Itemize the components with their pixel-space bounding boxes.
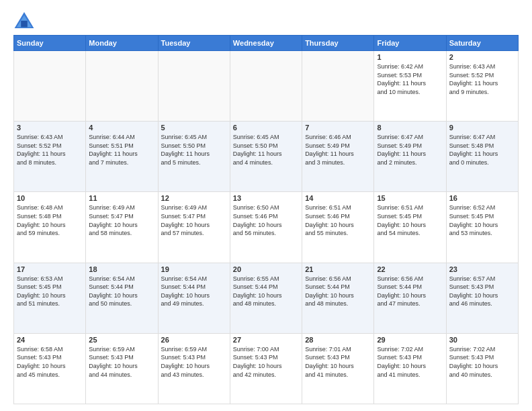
calendar-cell: 12Sunrise: 6:49 AM Sunset: 5:47 PM Dayli…	[158, 192, 230, 263]
cell-info: Sunrise: 6:57 AM Sunset: 5:43 PM Dayligh…	[449, 275, 515, 308]
calendar-cell: 21Sunrise: 6:56 AM Sunset: 5:44 PM Dayli…	[302, 263, 374, 333]
cell-info: Sunrise: 6:46 AM Sunset: 5:49 PM Dayligh…	[305, 133, 371, 167]
cell-info: Sunrise: 6:51 AM Sunset: 5:45 PM Dayligh…	[377, 203, 443, 237]
calendar-cell: 1Sunrise: 6:42 AM Sunset: 5:53 PM Daylig…	[374, 51, 446, 122]
calendar-week-5: 24Sunrise: 6:58 AM Sunset: 5:43 PM Dayli…	[14, 333, 519, 404]
calendar-cell: 25Sunrise: 6:59 AM Sunset: 5:43 PM Dayli…	[86, 333, 158, 404]
day-number: 29	[377, 336, 443, 344]
cell-info: Sunrise: 7:01 AM Sunset: 5:43 PM Dayligh…	[305, 345, 371, 379]
day-number: 12	[161, 194, 227, 202]
calendar-cell: 9Sunrise: 6:47 AM Sunset: 5:48 PM Daylig…	[446, 122, 518, 192]
calendar-cell: 15Sunrise: 6:51 AM Sunset: 5:45 PM Dayli…	[374, 192, 446, 263]
cell-info: Sunrise: 6:50 AM Sunset: 5:46 PM Dayligh…	[233, 203, 299, 237]
calendar-cell: 5Sunrise: 6:45 AM Sunset: 5:50 PM Daylig…	[158, 122, 230, 192]
page: SundayMondayTuesdayWednesdayThursdayFrid…	[0, 0, 532, 411]
calendar-header-row: SundayMondayTuesdayWednesdayThursdayFrid…	[14, 36, 519, 51]
day-number: 13	[233, 194, 299, 202]
calendar-week-3: 10Sunrise: 6:48 AM Sunset: 5:48 PM Dayli…	[14, 192, 519, 263]
calendar-cell: 30Sunrise: 7:02 AM Sunset: 5:43 PM Dayli…	[446, 333, 518, 404]
day-number: 7	[305, 124, 371, 132]
cell-info: Sunrise: 6:47 AM Sunset: 5:49 PM Dayligh…	[377, 133, 443, 167]
day-number: 19	[161, 265, 227, 273]
day-number: 1	[377, 53, 443, 61]
cell-info: Sunrise: 6:42 AM Sunset: 5:53 PM Dayligh…	[377, 62, 443, 96]
calendar-weekday-saturday: Saturday	[446, 36, 518, 51]
cell-info: Sunrise: 6:48 AM Sunset: 5:48 PM Dayligh…	[17, 203, 83, 237]
calendar-cell: 28Sunrise: 7:01 AM Sunset: 5:43 PM Dayli…	[302, 333, 374, 404]
day-number: 24	[17, 336, 83, 344]
cell-info: Sunrise: 6:44 AM Sunset: 5:51 PM Dayligh…	[89, 133, 154, 167]
cell-info: Sunrise: 6:47 AM Sunset: 5:48 PM Dayligh…	[449, 133, 515, 167]
calendar-weekday-sunday: Sunday	[14, 36, 86, 51]
calendar-weekday-tuesday: Tuesday	[158, 36, 230, 51]
day-number: 22	[377, 265, 443, 273]
day-number: 18	[89, 265, 154, 273]
day-number: 15	[377, 194, 443, 202]
cell-info: Sunrise: 6:54 AM Sunset: 5:44 PM Dayligh…	[89, 275, 154, 308]
day-number: 25	[89, 336, 154, 344]
calendar-cell: 22Sunrise: 6:56 AM Sunset: 5:44 PM Dayli…	[374, 263, 446, 333]
calendar-cell: 2Sunrise: 6:43 AM Sunset: 5:52 PM Daylig…	[446, 51, 518, 122]
day-number: 5	[161, 124, 227, 132]
calendar-cell: 17Sunrise: 6:53 AM Sunset: 5:45 PM Dayli…	[14, 263, 86, 333]
cell-info: Sunrise: 6:54 AM Sunset: 5:44 PM Dayligh…	[161, 275, 227, 308]
day-number: 3	[17, 124, 83, 132]
day-number: 26	[161, 336, 227, 344]
cell-info: Sunrise: 6:55 AM Sunset: 5:44 PM Dayligh…	[233, 275, 299, 308]
cell-info: Sunrise: 6:56 AM Sunset: 5:44 PM Dayligh…	[377, 275, 443, 308]
calendar-cell: 14Sunrise: 6:51 AM Sunset: 5:46 PM Dayli…	[302, 192, 374, 263]
calendar-cell: 19Sunrise: 6:54 AM Sunset: 5:44 PM Dayli…	[158, 263, 230, 333]
cell-info: Sunrise: 6:58 AM Sunset: 5:43 PM Dayligh…	[17, 345, 83, 379]
cell-info: Sunrise: 6:49 AM Sunset: 5:47 PM Dayligh…	[161, 203, 227, 237]
cell-info: Sunrise: 7:02 AM Sunset: 5:43 PM Dayligh…	[449, 345, 515, 379]
day-number: 17	[17, 265, 83, 273]
day-number: 27	[233, 336, 299, 344]
calendar-cell	[302, 51, 374, 122]
calendar-week-1: 1Sunrise: 6:42 AM Sunset: 5:53 PM Daylig…	[14, 51, 519, 122]
calendar-week-4: 17Sunrise: 6:53 AM Sunset: 5:45 PM Dayli…	[14, 263, 519, 333]
calendar-cell	[14, 51, 86, 122]
svg-rect-2	[21, 21, 28, 28]
day-number: 21	[305, 265, 371, 273]
cell-info: Sunrise: 6:51 AM Sunset: 5:46 PM Dayligh…	[305, 203, 371, 237]
calendar-cell: 3Sunrise: 6:43 AM Sunset: 5:52 PM Daylig…	[14, 122, 86, 192]
cell-info: Sunrise: 6:49 AM Sunset: 5:47 PM Dayligh…	[89, 203, 154, 237]
day-number: 16	[449, 194, 515, 202]
day-number: 28	[305, 336, 371, 344]
cell-info: Sunrise: 6:45 AM Sunset: 5:50 PM Dayligh…	[233, 133, 299, 167]
day-number: 11	[89, 194, 154, 202]
cell-info: Sunrise: 6:43 AM Sunset: 5:52 PM Dayligh…	[449, 62, 515, 96]
calendar-cell: 13Sunrise: 6:50 AM Sunset: 5:46 PM Dayli…	[230, 192, 302, 263]
calendar-weekday-monday: Monday	[86, 36, 158, 51]
day-number: 6	[233, 124, 299, 132]
cell-info: Sunrise: 6:53 AM Sunset: 5:45 PM Dayligh…	[17, 275, 83, 308]
calendar: SundayMondayTuesdayWednesdayThursdayFrid…	[13, 35, 519, 404]
calendar-weekday-wednesday: Wednesday	[230, 36, 302, 51]
header	[13, 11, 519, 30]
calendar-weekday-friday: Friday	[374, 36, 446, 51]
day-number: 4	[89, 124, 154, 132]
calendar-cell: 24Sunrise: 6:58 AM Sunset: 5:43 PM Dayli…	[14, 333, 86, 404]
day-number: 10	[17, 194, 83, 202]
calendar-weekday-thursday: Thursday	[302, 36, 374, 51]
calendar-cell	[86, 51, 158, 122]
calendar-cell: 18Sunrise: 6:54 AM Sunset: 5:44 PM Dayli…	[86, 263, 158, 333]
calendar-cell: 4Sunrise: 6:44 AM Sunset: 5:51 PM Daylig…	[86, 122, 158, 192]
calendar-cell: 26Sunrise: 6:59 AM Sunset: 5:43 PM Dayli…	[158, 333, 230, 404]
cell-info: Sunrise: 6:52 AM Sunset: 5:45 PM Dayligh…	[449, 203, 515, 237]
day-number: 20	[233, 265, 299, 273]
day-number: 8	[377, 124, 443, 132]
calendar-cell	[230, 51, 302, 122]
calendar-cell: 23Sunrise: 6:57 AM Sunset: 5:43 PM Dayli…	[446, 263, 518, 333]
cell-info: Sunrise: 6:59 AM Sunset: 5:43 PM Dayligh…	[161, 345, 227, 379]
calendar-cell: 10Sunrise: 6:48 AM Sunset: 5:48 PM Dayli…	[14, 192, 86, 263]
cell-info: Sunrise: 6:59 AM Sunset: 5:43 PM Dayligh…	[89, 345, 154, 379]
day-number: 23	[449, 265, 515, 273]
calendar-cell: 27Sunrise: 7:00 AM Sunset: 5:43 PM Dayli…	[230, 333, 302, 404]
day-number: 30	[449, 336, 515, 344]
cell-info: Sunrise: 6:43 AM Sunset: 5:52 PM Dayligh…	[17, 133, 83, 167]
calendar-cell	[158, 51, 230, 122]
logo-icon	[13, 11, 35, 30]
calendar-cell: 16Sunrise: 6:52 AM Sunset: 5:45 PM Dayli…	[446, 192, 518, 263]
cell-info: Sunrise: 7:02 AM Sunset: 5:43 PM Dayligh…	[377, 345, 443, 379]
